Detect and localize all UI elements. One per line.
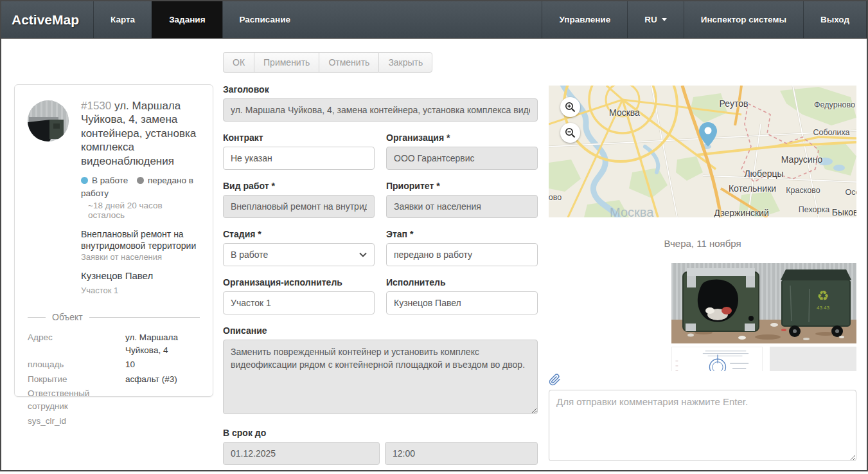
nav-menu-inspector[interactable]: Инспектор системы	[684, 1, 803, 38]
object-field-value: 10	[125, 358, 200, 371]
organization-field-label: Организация *	[386, 132, 538, 143]
task-photo-avatar[interactable]	[28, 100, 69, 141]
chevron-down-icon	[662, 18, 667, 21]
task-department: Участок 1	[81, 286, 200, 295]
right-panel: Москва МоскваРеутовФедурновоСоболихаМару…	[549, 86, 856, 464]
task-work-type: Внеплановый ремонт на внутридомовой терр…	[81, 229, 200, 251]
nav-menu-management[interactable]: Управление	[542, 1, 627, 38]
task-summary-card[interactable]: #1530 ул. Маршала Чуйкова, 4, замена кон…	[14, 84, 213, 397]
object-field-value	[125, 387, 200, 412]
assignee-field[interactable]	[386, 291, 538, 314]
attachment-document-scan[interactable]	[671, 347, 763, 371]
attachment-thumbnails	[671, 347, 856, 371]
map-place-label: Дзержинский	[714, 208, 768, 217]
title-field-label: Заголовок	[223, 84, 538, 95]
nav-menu-logout[interactable]: Выход	[803, 1, 867, 38]
zoom-out-icon	[565, 127, 576, 138]
close-button[interactable]: Закрыть	[378, 52, 432, 73]
step-field[interactable]	[386, 243, 538, 266]
app-logo: ActiveMap	[1, 1, 93, 38]
map-place-label: Быково	[832, 207, 856, 217]
comment-attach-row	[549, 374, 856, 388]
stage-status-icon	[81, 177, 88, 184]
map-marker-icon[interactable]	[698, 122, 718, 147]
activity-date-header: Вчера, 11 ноября	[549, 238, 856, 249]
task-assignee: Кузнецов Павел	[81, 270, 200, 281]
contract-field[interactable]	[223, 147, 375, 170]
step-status-icon	[137, 177, 144, 184]
map-place-label: Люберцы	[744, 169, 783, 179]
ok-button[interactable]: ОК	[223, 52, 254, 73]
map-zoom-out-button[interactable]	[560, 123, 580, 143]
main-content: ОК Применить Отменить Закрыть #15	[1, 39, 867, 470]
avatar-image	[28, 100, 69, 141]
apply-button[interactable]: Применить	[254, 52, 319, 73]
deadline-date-field	[223, 442, 380, 465]
object-fields-table: Адрес ул. Маршала Чуйкова, 4 площадь 10 …	[28, 331, 200, 427]
contractor-org-field[interactable]	[223, 291, 375, 314]
contractor-org-field-label: Организация-исполнитель	[223, 277, 375, 287]
map-place-label: Осе	[846, 188, 856, 197]
map-place-label: ово	[549, 193, 562, 202]
attachment-placeholder[interactable]	[770, 347, 856, 371]
object-section-title: Объект	[52, 312, 83, 322]
chevron-down-icon	[359, 252, 367, 257]
task-title: #1530 ул. Маршала Чуйкова, 4, замена кон…	[81, 99, 200, 168]
contract-field-label: Контракт	[223, 132, 375, 143]
stage-field-label: Стадия *	[223, 229, 375, 239]
object-field-label: площадь	[28, 358, 125, 371]
paperclip-icon[interactable]	[549, 374, 561, 386]
map-place-label: Красково	[786, 186, 820, 195]
svg-text:43 43: 43 43	[817, 305, 830, 311]
nav-tab-map[interactable]: Карта	[93, 1, 152, 38]
map-zoom-in-button[interactable]	[560, 97, 580, 117]
map-place-label: Реутов	[720, 98, 748, 109]
task-id: #1530	[81, 100, 111, 112]
object-field-label: Покрытие	[28, 373, 125, 386]
svg-text:♻: ♻	[817, 288, 829, 304]
priority-field-label: Приоритет *	[386, 181, 538, 191]
task-status-line: В работе передано в работу	[81, 174, 200, 199]
description-field[interactable]: Заменить поврежденный контейнер и устано…	[223, 340, 538, 414]
object-section-divider: Объект	[28, 312, 200, 322]
task-card-header: #1530 ул. Маршала Чуйкова, 4, замена кон…	[28, 99, 200, 168]
map-place-label: Пехорка	[799, 205, 829, 214]
object-field-label: Адрес	[28, 331, 125, 356]
comment-input[interactable]	[549, 390, 856, 461]
map-place-label: Москва	[609, 107, 640, 118]
zoom-in-icon	[565, 102, 576, 113]
step-field-label: Этап *	[386, 229, 538, 239]
map-place-label: Котельники	[729, 183, 776, 194]
deadline-time-field	[385, 442, 538, 465]
nav-tab-schedule[interactable]: Расписание	[222, 1, 307, 38]
deadline-field-label: В срок до	[223, 428, 538, 438]
attachment-photo-dumpster[interactable]: ♻ 43 43	[671, 263, 856, 343]
map-place-label: Марусино	[781, 154, 822, 165]
task-toolbar: ОК Применить Отменить Закрыть	[223, 52, 432, 73]
time-remaining: ~18 дней 20 часов осталось	[81, 201, 200, 220]
map-place-label: Соболиха	[813, 128, 849, 137]
object-field-value: ул. Маршала Чуйкова, 4	[125, 331, 200, 356]
object-field-value	[125, 415, 200, 428]
task-priority: Заявки от населения	[81, 252, 200, 262]
cancel-button[interactable]: Отменить	[319, 52, 378, 73]
map-place-label: Федурново	[814, 100, 855, 109]
stage-select[interactable]: В работе	[223, 243, 375, 266]
app-window: ActiveMap Карта Задания Расписание Управ…	[0, 0, 868, 471]
nav-menu-language[interactable]: RU	[627, 1, 684, 38]
organization-field	[386, 147, 538, 170]
object-field-label: sys_clr_id	[28, 415, 125, 428]
stage-badge: В работе	[92, 176, 128, 185]
location-map[interactable]: Москва МоскваРеутовФедурновоСоболихаМару…	[549, 86, 856, 217]
title-field	[223, 98, 538, 122]
work-type-field-label: Вид работ *	[223, 181, 375, 191]
task-card-meta: В работе передано в работу ~18 дней 20 ч…	[28, 174, 200, 295]
map-canvas: Москва	[549, 86, 856, 217]
svg-text:Москва: Москва	[610, 205, 654, 217]
assignee-field-label: Исполнитель	[386, 277, 538, 287]
object-field-label: Ответственный сотрудник	[28, 387, 125, 412]
object-field-value: асфальт (#3)	[125, 373, 200, 386]
priority-field	[386, 195, 538, 218]
description-field-label: Описание	[223, 325, 538, 336]
nav-tab-tasks[interactable]: Задания	[152, 1, 222, 38]
